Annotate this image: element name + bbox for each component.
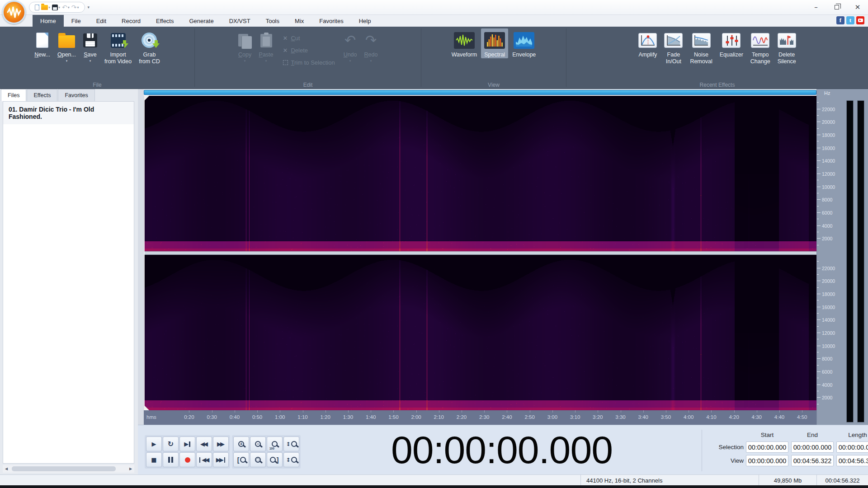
ribbon-button-import[interactable]: Import from Video [101,28,135,65]
redo-dropdown-icon[interactable]: ▾ [77,5,79,9]
ribbon-button-undo[interactable]: ↶Undo▾ [340,28,360,63]
ribbon-button-equalizer[interactable]: Equalizer [717,28,746,58]
ribbon-button-grab[interactable]: Grab from CD [136,28,163,65]
ribbon-button-trim-to-selection[interactable]: Trim to Selection [283,56,335,69]
ribbon-button-tempo[interactable]: Tempo Change [747,28,774,65]
restore-button[interactable] [826,0,847,14]
ribbon-button-amplify[interactable]: Amplify [635,28,660,58]
new-document-icon [36,33,48,48]
dropdown-icon[interactable]: ▾ [66,59,68,63]
zoom-selection-button[interactable] [250,452,266,467]
save-dropdown-icon[interactable]: ▾ [58,5,60,9]
menu-tab-effects[interactable]: Effects [148,15,182,27]
ribbon-button-waveform[interactable]: Waveform [448,28,481,58]
minimize-button[interactable]: – [806,0,826,14]
panel-tab-effects[interactable]: Effects [27,89,57,101]
dropdown-icon[interactable]: ▾ [265,59,267,63]
close-button[interactable]: ✕ [847,0,868,14]
loop-button[interactable]: ↻ [163,436,179,451]
ribbon-button-envelope[interactable]: Envelope [509,28,539,58]
open-dropdown-icon[interactable]: ▾ [48,5,50,9]
ribbon-button-delete[interactable]: ✕Delete [283,44,335,56]
zoom-vertical-in-button[interactable]: ↕ [283,436,299,451]
spectrogram-channel-2[interactable] [144,255,816,410]
record-button[interactable] [179,452,195,467]
menu-tab-mix[interactable]: Mix [287,15,311,27]
menu-tab-generate[interactable]: Generate [181,15,221,27]
selection-end-field[interactable]: 00:00:00.000 [791,441,834,453]
zoom-in-button[interactable]: + [233,436,249,451]
selection-start-field[interactable]: 00:00:00.000 [746,441,788,453]
file-list-item[interactable]: 01. Damir Dicic Trio - I'm Old Fashioned… [3,102,134,124]
zoom-out-button[interactable]: − [250,436,266,451]
ribbon-button-save[interactable]: Save▾ [80,28,100,63]
spectrogram-horizontal-scrollbar[interactable] [144,90,816,95]
stop-button[interactable]: ■ [146,452,162,467]
dropdown-icon[interactable]: ▾ [244,59,246,63]
zoom-vertical-out-button[interactable]: ↕ [283,452,299,467]
quick-access-overflow-button[interactable]: ▾ [88,5,90,9]
rewind-button[interactable]: ◀◀ [196,436,212,451]
panel-tab-favorites[interactable]: Favorites [58,89,94,101]
dropdown-icon[interactable]: ▾ [90,59,91,63]
view-start-field[interactable]: 00:00:00.000 [746,455,788,466]
menu-tab-record[interactable]: Record [114,15,148,27]
file-list[interactable]: 01. Damir Dicic Trio - I'm Old Fashioned… [3,101,134,464]
pause-button[interactable] [163,452,179,467]
menu-tab-favorites[interactable]: Favorites [311,15,351,27]
menu-tab-tools[interactable]: Tools [258,15,287,27]
panel-splitter[interactable] [138,89,144,425]
file-list-horizontal-scrollbar[interactable]: ◀ ▶ [3,465,134,473]
menu-tab-help[interactable]: Help [351,15,379,27]
menu-tab-home[interactable]: Home [33,15,64,27]
app-logo-icon[interactable] [2,0,26,24]
scroll-left-icon[interactable]: ◀ [3,465,10,472]
scrollbar-bar[interactable] [144,90,816,95]
menu-tab-file[interactable]: File [64,15,89,27]
play-button[interactable]: ▶ [146,436,162,451]
redo-quick-button[interactable]: ↷▾ [71,4,79,10]
ribbon-button-label: Equalizer [720,52,743,58]
ribbon-button-redo[interactable]: ↷Redo▾ [361,28,381,63]
zoom-selection-end-button[interactable]: ] [267,452,283,467]
dropdown-icon[interactable]: ▾ [349,59,351,63]
panel-tab-files[interactable]: Files [1,89,26,101]
view-end-field[interactable]: 00:04:56.322 [791,455,834,466]
ribbon-button-paste[interactable]: Paste▾ [256,28,277,63]
dropdown-icon[interactable]: ▾ [370,59,372,63]
view-length-field[interactable]: 00:04:56.322 [836,455,868,466]
ribbon-button-spectral[interactable]: Spectral [481,28,508,58]
menu-tab-edit[interactable]: Edit [89,15,114,27]
play-to-end-button[interactable]: ▶ [179,436,195,451]
fast-forward-button[interactable]: ▶▶ [213,436,229,451]
go-to-end-button[interactable]: ▶▶ [213,452,229,467]
undo-dropdown-icon[interactable]: ▾ [68,5,70,9]
scroll-right-icon[interactable]: ▶ [127,465,134,472]
social-youtube-button[interactable] [856,16,864,24]
new-quick-button[interactable] [35,5,39,10]
selection-start-marker-top[interactable] [144,96,149,101]
social-twitter-button[interactable]: t [846,16,854,24]
zoom-100-button[interactable]: 100 [267,436,283,451]
ribbon-button-cut[interactable]: ✕Cut [283,32,335,44]
zoom-selection-start-button[interactable]: [ [233,452,249,467]
trim-icon [283,60,288,65]
menu-tab-dx-vst[interactable]: DX/VST [222,15,258,27]
ribbon-button-noise[interactable]: Noise Removal [687,28,715,65]
time-tick-label: 4:20 [729,414,739,420]
scrollbar-thumb[interactable] [12,466,116,471]
selection-start-marker-bottom[interactable] [144,405,149,410]
ribbon-button-copy[interactable]: Copy▾ [235,28,255,63]
ribbon-button-new[interactable]: New... [31,28,53,58]
social-facebook-button[interactable]: f [836,16,844,24]
ribbon-button-delete[interactable]: Delete Silence [774,28,799,65]
selection-length-field[interactable]: 00:00:00.000 [836,441,868,453]
time-ruler[interactable]: hms 0:200:300:400:501:001:101:201:301:40… [144,410,816,425]
undo-quick-button[interactable]: ↶▾ [62,4,70,10]
open-quick-button[interactable]: ▾ [41,5,50,10]
spectrogram-channel-1[interactable] [144,96,816,251]
save-quick-button[interactable]: ▾ [52,5,60,10]
ribbon-button-open[interactable]: Open...▾ [54,28,79,63]
go-to-start-button[interactable]: ◀◀ [196,452,212,467]
ribbon-button-fade[interactable]: Fade In/Out [661,28,686,65]
